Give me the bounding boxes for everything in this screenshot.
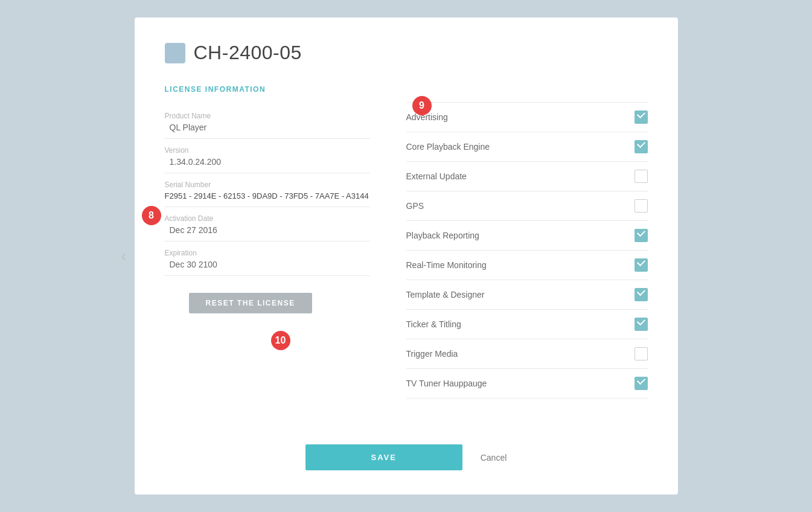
page-title: CH-2400-05 (194, 42, 302, 64)
license-panel: LICENSE INFORMATION Product Name QL Play… (165, 85, 370, 414)
feature-name: Playback Reporting (406, 231, 479, 240)
product-name-label: Product Name (165, 112, 370, 120)
card-footer: SAVE Cancel (165, 438, 648, 470)
feature-item: Core Playback Engine (406, 132, 648, 162)
feature-item: Template & Designer (406, 280, 648, 310)
feature-name: Core Playback Engine (406, 142, 490, 152)
serial-number-label: Serial Number (165, 181, 370, 189)
feature-checkbox[interactable] (635, 110, 648, 124)
feature-name: Template & Designer (406, 290, 485, 299)
feature-name: TV Tuner Hauppauge (406, 379, 487, 388)
feature-name: GPS (406, 201, 424, 211)
activation-date-group: Activation Date Dec 27 2016 (165, 207, 370, 242)
feature-checkbox[interactable] (635, 199, 648, 213)
feature-item: Playback Reporting (406, 221, 648, 251)
expiration-label: Expiration (165, 249, 370, 257)
feature-name: External Update (406, 171, 467, 181)
save-button[interactable]: SAVE (305, 444, 462, 470)
serial-number-group: Serial Number F2951 - 2914E - 62153 - 9D… (165, 173, 370, 207)
header-icon (165, 43, 185, 63)
expiration-value: Dec 30 2100 (165, 260, 370, 269)
badge-10: 10 (271, 331, 290, 350)
product-name-group: Product Name QL Player (165, 104, 370, 139)
feature-checkbox[interactable] (635, 140, 648, 153)
feature-checkbox[interactable] (635, 377, 648, 390)
license-section-title: LICENSE INFORMATION (165, 85, 370, 94)
feature-checkbox[interactable] (635, 347, 648, 360)
feature-name: Trigger Media (406, 349, 458, 359)
product-name-value: QL Player (165, 123, 370, 132)
feature-checkbox[interactable] (635, 318, 648, 331)
card-body: LICENSE INFORMATION Product Name QL Play… (165, 85, 648, 414)
serial-number-value: F2951 - 2914E - 62153 - 9DA9D - 73FD5 - … (165, 191, 370, 200)
feature-item: External Update (406, 162, 648, 191)
card-header: CH-2400-05 (165, 42, 648, 64)
features-panel: AdvertisingCore Playback EngineExternal … (406, 85, 648, 414)
version-label: Version (165, 146, 370, 155)
cancel-button[interactable]: Cancel (481, 453, 507, 462)
badge-9: 9 (412, 96, 432, 115)
feature-item: Advertising (406, 103, 648, 132)
expiration-group: Expiration Dec 30 2100 (165, 242, 370, 276)
feature-name: Ticker & Titling (406, 319, 461, 329)
badge-8: 8 (142, 206, 161, 225)
feature-checkbox[interactable] (635, 229, 648, 242)
feature-checkbox[interactable] (635, 288, 648, 301)
version-value: 1.34.0.24.200 (165, 157, 370, 167)
feature-item: Real-Time Monitoring (406, 251, 648, 280)
feature-list: AdvertisingCore Playback EngineExternal … (406, 102, 648, 398)
feature-item: TV Tuner Hauppauge (406, 369, 648, 398)
activation-date-label: Activation Date (165, 214, 370, 223)
activation-date-value: Dec 27 2016 (165, 225, 370, 235)
feature-item: Ticker & Titling (406, 310, 648, 339)
feature-checkbox[interactable] (635, 258, 648, 272)
feature-item: Trigger Media (406, 339, 648, 369)
feature-name: Real-Time Monitoring (406, 260, 487, 270)
feature-item: GPS (406, 191, 648, 221)
back-arrow[interactable]: ‹ (121, 246, 127, 266)
version-group: Version 1.34.0.24.200 (165, 139, 370, 173)
feature-checkbox[interactable] (635, 170, 648, 183)
main-card: 8 9 10 ‹ CH-2400-05 LICENSE INFORMATION … (135, 18, 678, 494)
reset-license-button[interactable]: RESET THE LICENSE (189, 293, 312, 313)
